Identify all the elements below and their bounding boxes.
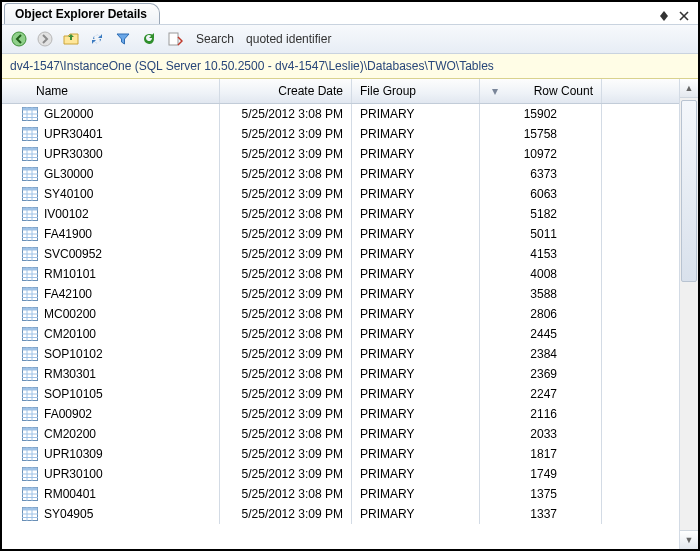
cell-row-count: 5182 xyxy=(530,207,557,221)
back-icon xyxy=(11,31,27,47)
cell-name: SOP10102 xyxy=(44,347,103,361)
filter-icon xyxy=(115,31,131,47)
folder-up-icon xyxy=(63,31,79,47)
cell-create-date: 5/25/2012 3:08 PM xyxy=(242,107,343,121)
table-icon xyxy=(22,307,38,321)
cell-create-date: 5/25/2012 3:08 PM xyxy=(242,267,343,281)
close-icon xyxy=(679,11,689,21)
table-row[interactable]: MC002005/25/2012 3:08 PMPRIMARY2806 xyxy=(2,304,679,324)
svg-rect-13 xyxy=(23,128,38,131)
table-row[interactable]: IV001025/25/2012 3:08 PMPRIMARY5182 xyxy=(2,204,679,224)
cell-file-group: PRIMARY xyxy=(360,347,414,361)
table-row[interactable]: SY049055/25/2012 3:09 PMPRIMARY1337 xyxy=(2,504,679,524)
autohide-button[interactable] xyxy=(656,8,672,24)
cell-file-group: PRIMARY xyxy=(360,287,414,301)
filter-button[interactable] xyxy=(112,28,134,50)
sync-button[interactable] xyxy=(86,28,108,50)
table-row[interactable]: CM202005/25/2012 3:08 PMPRIMARY2033 xyxy=(2,424,679,444)
table-row[interactable]: RM101015/25/2012 3:08 PMPRIMARY4008 xyxy=(2,264,679,284)
table-icon xyxy=(22,427,38,441)
cell-name: UPR30100 xyxy=(44,467,103,481)
cell-row-count: 15902 xyxy=(524,107,557,121)
cell-file-group: PRIMARY xyxy=(360,187,414,201)
scroll-up-button[interactable]: ▲ xyxy=(680,79,698,98)
cell-name: RM00401 xyxy=(44,487,96,501)
table-row[interactable]: CM201005/25/2012 3:08 PMPRIMARY2445 xyxy=(2,324,679,344)
table-icon xyxy=(22,147,38,161)
column-header-create-date[interactable]: Create Date xyxy=(220,79,352,103)
forward-icon xyxy=(37,31,53,47)
close-button[interactable] xyxy=(676,8,692,24)
svg-point-3 xyxy=(12,32,26,46)
cell-name: RM30301 xyxy=(44,367,96,381)
column-header-file-group[interactable]: File Group xyxy=(352,79,480,103)
cell-create-date: 5/25/2012 3:09 PM xyxy=(242,187,343,201)
cell-name: SY04905 xyxy=(44,507,93,521)
svg-rect-43 xyxy=(23,228,38,231)
cell-create-date: 5/25/2012 3:09 PM xyxy=(242,507,343,521)
cell-file-group: PRIMARY xyxy=(360,307,414,321)
script-button[interactable] xyxy=(164,28,186,50)
scroll-thumb[interactable] xyxy=(681,100,697,282)
cell-row-count: 2806 xyxy=(530,307,557,321)
column-header-name[interactable]: Name xyxy=(2,79,220,103)
svg-rect-67 xyxy=(23,308,38,311)
cell-create-date: 5/25/2012 3:09 PM xyxy=(242,227,343,241)
svg-rect-37 xyxy=(23,208,38,211)
table-icon xyxy=(22,127,38,141)
table-icon xyxy=(22,387,38,401)
svg-rect-49 xyxy=(23,248,38,251)
table-row[interactable]: UPR304015/25/2012 3:09 PMPRIMARY15758 xyxy=(2,124,679,144)
table-row[interactable]: RM303015/25/2012 3:08 PMPRIMARY2369 xyxy=(2,364,679,384)
svg-rect-5 xyxy=(169,33,178,45)
table-row[interactable]: UPR103095/25/2012 3:09 PMPRIMARY1817 xyxy=(2,444,679,464)
table-row[interactable]: SVC009525/25/2012 3:09 PMPRIMARY4153 xyxy=(2,244,679,264)
cell-create-date: 5/25/2012 3:08 PM xyxy=(242,427,343,441)
breadcrumb[interactable]: dv4-1547\InstanceOne (SQL Server 10.50.2… xyxy=(2,54,698,79)
cell-name: CM20200 xyxy=(44,427,96,441)
cell-file-group: PRIMARY xyxy=(360,387,414,401)
cell-file-group: PRIMARY xyxy=(360,167,414,181)
search-input[interactable] xyxy=(244,31,468,47)
cell-name: RM10101 xyxy=(44,267,96,281)
table-row[interactable]: UPR301005/25/2012 3:09 PMPRIMARY1749 xyxy=(2,464,679,484)
table-row[interactable]: SOP101055/25/2012 3:09 PMPRIMARY2247 xyxy=(2,384,679,404)
table-row[interactable]: GL200005/25/2012 3:08 PMPRIMARY15902 xyxy=(2,104,679,124)
cell-row-count: 6373 xyxy=(530,167,557,181)
table-row[interactable]: GL300005/25/2012 3:08 PMPRIMARY6373 xyxy=(2,164,679,184)
cell-create-date: 5/25/2012 3:09 PM xyxy=(242,407,343,421)
cell-row-count: 5011 xyxy=(530,227,557,241)
table-row[interactable]: RM004015/25/2012 3:08 PMPRIMARY1375 xyxy=(2,484,679,504)
vertical-scrollbar[interactable]: ▲ ▼ xyxy=(679,79,698,549)
svg-point-4 xyxy=(38,32,52,46)
cell-file-group: PRIMARY xyxy=(360,507,414,521)
cell-row-count: 15758 xyxy=(524,127,557,141)
toolbar: Search xyxy=(2,24,698,54)
column-header-pad xyxy=(602,79,679,103)
refresh-button[interactable] xyxy=(138,28,160,50)
table-row[interactable]: FA421005/25/2012 3:09 PMPRIMARY3588 xyxy=(2,284,679,304)
table-row[interactable]: SOP101025/25/2012 3:09 PMPRIMARY2384 xyxy=(2,344,679,364)
cell-name: IV00102 xyxy=(44,207,89,221)
table-row[interactable]: FA009025/25/2012 3:09 PMPRIMARY2116 xyxy=(2,404,679,424)
cell-file-group: PRIMARY xyxy=(360,467,414,481)
cell-create-date: 5/25/2012 3:09 PM xyxy=(242,347,343,361)
cell-create-date: 5/25/2012 3:08 PM xyxy=(242,487,343,501)
grid-body: Name Create Date File Group ▾Row Count G… xyxy=(2,79,679,549)
cell-create-date: 5/25/2012 3:09 PM xyxy=(242,447,343,461)
table-row[interactable]: FA419005/25/2012 3:09 PMPRIMARY5011 xyxy=(2,224,679,244)
cell-create-date: 5/25/2012 3:08 PM xyxy=(242,367,343,381)
table-icon xyxy=(22,467,38,481)
up-button[interactable] xyxy=(60,28,82,50)
back-button[interactable] xyxy=(8,28,30,50)
column-header-row-count[interactable]: ▾Row Count xyxy=(480,79,602,103)
table-row[interactable]: SY401005/25/2012 3:09 PMPRIMARY6063 xyxy=(2,184,679,204)
table-row[interactable]: UPR303005/25/2012 3:09 PMPRIMARY10972 xyxy=(2,144,679,164)
svg-rect-97 xyxy=(23,408,38,411)
cell-create-date: 5/25/2012 3:09 PM xyxy=(242,127,343,141)
panel-tab[interactable]: Object Explorer Details xyxy=(4,3,160,24)
svg-rect-85 xyxy=(23,368,38,371)
forward-button[interactable] xyxy=(34,28,56,50)
scroll-down-button[interactable]: ▼ xyxy=(680,530,698,549)
cell-create-date: 5/25/2012 3:09 PM xyxy=(242,247,343,261)
